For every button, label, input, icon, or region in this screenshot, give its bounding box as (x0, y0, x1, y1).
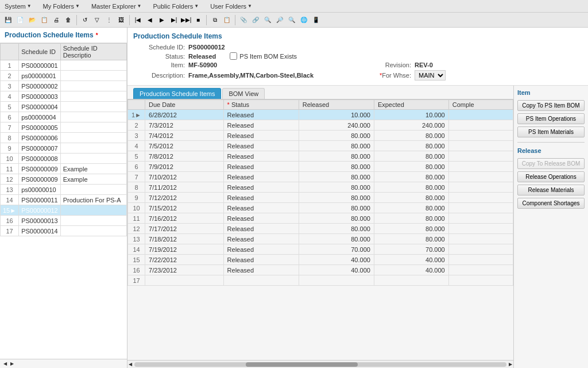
complete-cell (448, 182, 513, 193)
expected-cell: 70.000 (374, 244, 448, 255)
last-button[interactable]: ▶▶| (180, 14, 192, 26)
print-button[interactable]: 🖨 (51, 14, 62, 26)
released-cell: 80.000 (299, 131, 374, 141)
table-row[interactable]: 16 7/23/2012 Released 40.000 40.000 (128, 265, 513, 275)
list-item[interactable]: 14 PS00000011 Production For PS-A (1, 195, 127, 205)
left-panel: Production Schedule Items * Schedule ID … (0, 28, 127, 368)
ps-bom-exists-checkbox[interactable] (230, 52, 237, 60)
table-row[interactable]: 15 7/22/2012 Released 40.000 40.000 (128, 255, 513, 265)
list-item[interactable]: 5 PS00000004 (1, 102, 127, 112)
list-item[interactable]: 16 PS00000013 (1, 216, 127, 226)
list-item[interactable]: 1 PS00000001 (1, 60, 127, 71)
new-file-button[interactable]: 📄 (14, 14, 26, 26)
list-item[interactable]: 15► PS00000012 (1, 205, 127, 216)
properties-button[interactable]: 📋 (38, 14, 50, 26)
h-scroll-thumb[interactable] (134, 362, 506, 367)
h-scroll-area[interactable]: ◀ ▶ (127, 360, 513, 368)
zoom-out-button[interactable]: 🔍 (286, 14, 297, 26)
table-row[interactable]: 4 7/5/2012 Released 80.000 80.000 (128, 141, 513, 151)
schedule-desc-cell (60, 112, 126, 122)
table-row[interactable]: 6 7/9/2012 Released 80.000 80.000 (128, 162, 513, 172)
ps-item-materials-button[interactable]: PS Item Materials (517, 126, 585, 137)
row-num-cell: 11 (128, 213, 145, 224)
table-row[interactable]: 7 7/10/2012 Released 80.000 80.000 (128, 172, 513, 182)
funnel-button[interactable]: ⋮ (103, 14, 115, 26)
delete-button[interactable]: 🗑 (63, 14, 74, 26)
row-num-cell: 5 (1, 102, 19, 112)
table-row[interactable]: 9 7/12/2012 Released 80.000 80.000 (128, 193, 513, 203)
h-scroll-right[interactable]: ▶ (509, 362, 512, 367)
release-materials-button[interactable]: Release Materials (517, 185, 585, 195)
table-row[interactable]: 5 7/8/2012 Released 80.000 80.000 (128, 151, 513, 162)
row-num-cell: 6 (1, 112, 19, 122)
tab-ps-items[interactable]: Production Schedule Items (133, 88, 221, 99)
open-button[interactable]: 📂 (26, 14, 38, 26)
tab-bom-view[interactable]: BOM View (222, 88, 265, 99)
scroll-right-btn[interactable]: ▶ (9, 361, 15, 366)
menu-system[interactable]: System ▼ (2, 2, 34, 10)
table-row[interactable]: 3 7/4/2012 Released 80.000 80.000 (128, 131, 513, 141)
due-date-cell: 7/10/2012 (145, 172, 224, 182)
filter-button[interactable]: ▽ (91, 14, 103, 26)
save-button[interactable]: 💾 (2, 14, 14, 26)
copy-button[interactable]: ⧉ (209, 14, 220, 26)
list-item[interactable]: 3 PS00000002 (1, 81, 127, 91)
for-whs-select[interactable]: MAIN (415, 70, 446, 80)
list-item[interactable]: 12 PS00000009 Example (1, 174, 127, 185)
stop-button[interactable]: ■ (192, 14, 204, 26)
table-row[interactable]: 10 7/15/2012 Released 80.000 80.000 (128, 203, 513, 213)
menu-public-folders[interactable]: Public Folders ▼ (151, 2, 202, 10)
schedule-id-cell: PS00000003 (19, 91, 61, 102)
chevron-down-icon: ▼ (194, 3, 199, 9)
list-item[interactable]: 2 ps00000001 (1, 71, 127, 81)
label-revision: Revision: (359, 62, 411, 68)
phone-button[interactable]: 📱 (310, 14, 322, 26)
table-row[interactable]: 1► 6/28/2012 Released 10.000 10.000 (128, 110, 513, 120)
scroll-left-btn[interactable]: ◀ (2, 361, 8, 366)
next-button[interactable]: ▶| (168, 14, 180, 26)
list-item[interactable]: 7 PS00000005 (1, 122, 127, 133)
list-item[interactable]: 11 PS00000009 Example (1, 164, 127, 174)
copy-ps-bom-button[interactable]: Copy To PS Item BOM (517, 100, 585, 111)
h-scroll-left[interactable]: ◀ (129, 362, 132, 367)
table-row[interactable]: 11 7/16/2012 Released 80.000 80.000 (128, 213, 513, 224)
list-item[interactable]: 4 PS00000003 (1, 91, 127, 102)
table-row[interactable]: 8 7/11/2012 Released 80.000 80.000 (128, 182, 513, 193)
table-row[interactable]: 13 7/18/2012 Released 80.000 80.000 (128, 234, 513, 244)
list-item[interactable]: 8 PS00000006 (1, 133, 127, 143)
data-table-wrapper[interactable]: Due Date Status Released Expected Comple… (127, 99, 513, 360)
play-button[interactable]: ▶ (156, 14, 168, 26)
list-item[interactable]: 9 PS00000007 (1, 143, 127, 154)
table-row[interactable]: 17 (128, 275, 513, 286)
table-row[interactable]: 12 7/17/2012 Released 80.000 80.000 (128, 224, 513, 234)
ps-item-ops-button[interactable]: PS Item Operations (517, 113, 585, 124)
attach-button[interactable]: 📎 (238, 14, 249, 26)
menu-user-folders[interactable]: User Folders ▼ (208, 2, 254, 10)
link-button[interactable]: 🔗 (250, 14, 261, 26)
label-item: Item: (133, 62, 185, 68)
row-num-cell: 5 (128, 151, 145, 162)
list-item[interactable]: 13 ps00000010 (1, 185, 127, 195)
left-panel-scroll[interactable]: Schedule ID Schedule ID Descriptio 1 PS0… (0, 43, 127, 359)
menu-my-folders[interactable]: My Folders ▼ (41, 2, 82, 10)
release-ops-button[interactable]: Release Operations (517, 171, 585, 182)
copy-release-bom-button[interactable]: Copy To Release BOM (517, 158, 585, 169)
prev-button[interactable]: ◀ (144, 14, 156, 26)
menu-master-explorer[interactable]: Master Explorer ▼ (89, 2, 144, 10)
search-button[interactable]: 🔍 (262, 14, 273, 26)
list-item[interactable]: 17 PS00000014 (1, 226, 127, 236)
first-button[interactable]: |◀ (132, 14, 144, 26)
list-item[interactable]: 6 ps00000004 (1, 112, 127, 122)
list-item[interactable]: 10 PS00000008 (1, 154, 127, 164)
paste-button[interactable]: 📋 (221, 14, 233, 26)
globe-button[interactable]: 🌐 (298, 14, 310, 26)
component-shortages-button[interactable]: Component Shortages (517, 198, 585, 209)
image-button[interactable]: 🖼 (115, 14, 127, 26)
refresh-button[interactable]: ↺ (79, 14, 91, 26)
table-row[interactable]: 14 7/19/2012 Released 70.000 70.000 (128, 244, 513, 255)
schedule-desc-cell (60, 81, 126, 91)
separator (76, 15, 77, 25)
due-date-cell (145, 275, 224, 286)
table-row[interactable]: 2 7/3/2012 Released 240.000 240.000 (128, 120, 513, 131)
zoom-in-button[interactable]: 🔎 (274, 14, 285, 26)
